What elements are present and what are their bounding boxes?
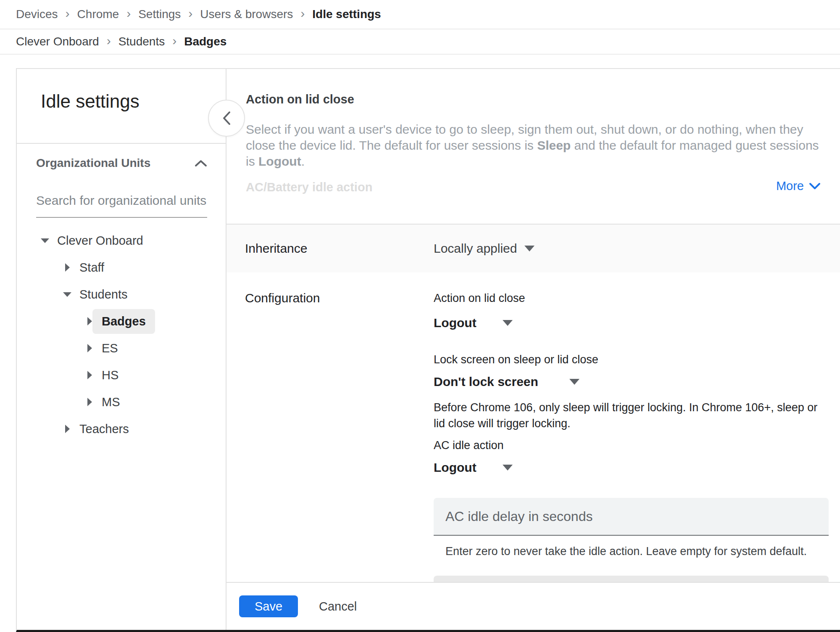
chevron-expanded-icon[interactable] [39,238,51,243]
inheritance-value: Locally applied [434,241,517,256]
policy-description: Select if you want a user's device to go… [246,122,821,169]
chevron-collapsed-icon[interactable] [61,424,74,434]
tree-item-teachers[interactable]: Teachers [36,415,207,442]
dropdown-value: Don't lock screen [434,375,538,389]
ou-breadcrumb-item-students[interactable]: Students [118,35,165,48]
action-on-lid-close-dropdown[interactable]: Logout [434,315,829,331]
chevron-expanded-icon[interactable] [61,292,74,297]
chevron-collapsed-icon[interactable] [83,370,96,380]
org-units-header-label: Organizational Units [36,156,150,170]
save-button[interactable]: Save [239,595,298,617]
policy-description-bold: Sleep [537,138,571,152]
dropdown-value: Logout [434,460,477,475]
policy-faded-heading: AC/Battery idle action [246,180,821,194]
dropdown-arrow-icon [503,465,513,471]
chevron-up-icon[interactable] [195,159,207,167]
more-link[interactable]: More [776,179,821,193]
breadcrumb: Devices › Chrome › Settings › Users & br… [0,0,840,29]
dropdown-arrow-icon [524,246,535,251]
tree-item-es[interactable]: ES [36,335,207,362]
tree-item-students[interactable]: Students [36,281,207,308]
org-units-tree: Clever Onboard Staff Students [36,227,207,442]
policy-description-text: . [301,154,305,168]
ou-breadcrumb: Clever Onboard › Students › Badges [0,29,840,55]
inheritance-label: Inheritance [245,241,434,256]
org-units-panel: Organizational Units Clever Onboard [17,144,226,442]
org-units-sidebar: Idle settings Organizational Units [17,69,226,630]
field-label-ac-idle-action: AC idle action [434,438,829,452]
chevron-right-icon: › [188,7,192,21]
breadcrumb-item-settings[interactable]: Settings [138,8,181,21]
chevron-collapsed-icon[interactable] [61,263,74,272]
chevron-right-icon: › [107,34,111,49]
sidebar-title-section: Idle settings [17,69,226,144]
cancel-button[interactable]: Cancel [319,600,357,613]
next-field-stub[interactable] [434,576,829,582]
chevron-right-icon: › [172,34,176,49]
ac-idle-action-dropdown[interactable]: Logout [434,459,829,476]
chevron-collapsed-icon[interactable] [83,397,96,407]
lock-screen-dropdown[interactable]: Don't lock screen [434,373,829,390]
setting-detail-panel: Action on lid close Select if you want a… [226,69,840,630]
configuration-row: Configuration Action on lid close Logout… [226,272,840,582]
chevron-left-icon [222,111,231,125]
chevron-right-icon: › [66,7,70,21]
chevron-right-icon: › [126,7,131,21]
tree-item-label[interactable]: Staff [79,261,104,275]
tree-item-label[interactable]: HS [102,368,118,382]
chevron-down-icon [809,182,821,190]
search-input[interactable] [36,193,207,218]
ac-idle-delay-helper: Enter zero to never take the idle action… [434,545,829,558]
setting-detail-scroll: Action on lid close Select if you want a… [226,69,840,582]
tree-item-badges[interactable]: Badges [36,308,207,335]
inheritance-row: Inheritance Locally applied [226,224,840,272]
ou-breadcrumb-item-clever-onboard[interactable]: Clever Onboard [16,35,99,48]
ou-breadcrumb-current: Badges [184,35,226,48]
policy-title: Action on lid close [246,93,821,106]
policy-description-bold: Logout [258,154,301,168]
lock-screen-note: Before Chrome 106, only sleep will trigg… [434,399,818,431]
tree-item-label-selected[interactable]: Badges [92,309,155,334]
field-label-lock-screen: Lock screen on sleep or lid close [434,352,829,367]
more-label: More [776,179,804,193]
settings-card: Idle settings Organizational Units [16,68,840,632]
field-label-action-on-lid-close: Action on lid close [434,291,829,305]
tree-item-label[interactable]: Students [79,288,127,301]
inheritance-dropdown[interactable]: Locally applied [434,241,535,256]
action-footer: Save Cancel [226,582,840,630]
chevron-collapsed-icon[interactable] [83,344,96,353]
tree-item-clever-onboard[interactable]: Clever Onboard [36,227,207,254]
breadcrumb-item-chrome[interactable]: Chrome [77,8,119,21]
collapse-sidebar-button[interactable] [208,100,245,137]
breadcrumb-item-users-browsers[interactable]: Users & browsers [200,8,293,21]
org-units-search [36,193,207,218]
tree-item-hs[interactable]: HS [36,362,207,389]
tree-item-label[interactable]: Clever Onboard [57,234,143,248]
org-units-header: Organizational Units [36,156,207,170]
configuration-fields: Action on lid close Logout Lock screen o… [434,291,829,582]
dropdown-value: Logout [434,316,477,330]
breadcrumb-item-devices[interactable]: Devices [16,8,58,21]
dropdown-arrow-icon [569,379,579,385]
policy-summary-section: Action on lid close Select if you want a… [226,69,840,224]
page-title: Idle settings [41,91,226,112]
tree-item-staff[interactable]: Staff [36,254,207,281]
tree-item-ms[interactable]: MS [36,389,207,415]
chevron-right-icon: › [300,7,305,21]
breadcrumb-current-page: Idle settings [312,8,381,21]
tree-item-label[interactable]: MS [102,395,120,409]
tree-item-label[interactable]: Teachers [79,422,129,436]
ac-idle-delay-input[interactable] [434,498,829,536]
dropdown-arrow-icon [503,320,513,326]
page: Devices › Chrome › Settings › Users & br… [0,0,840,632]
tree-item-label[interactable]: ES [102,341,118,355]
configuration-label: Configuration [245,291,434,582]
